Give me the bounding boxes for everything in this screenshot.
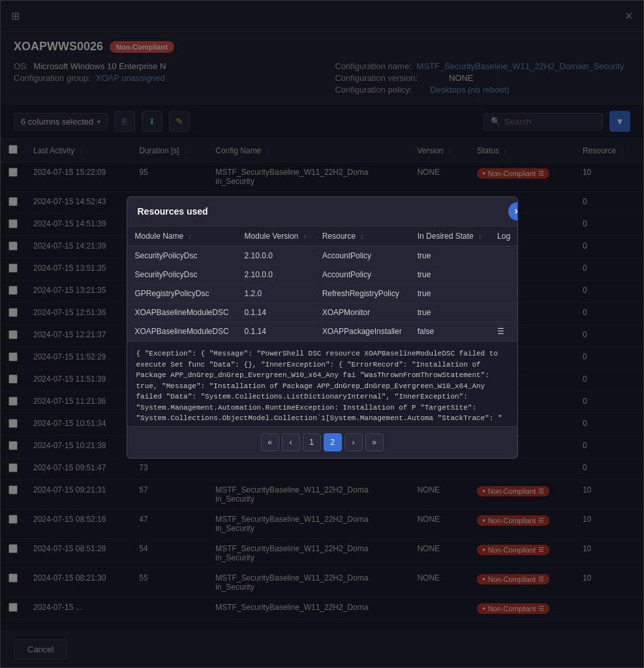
modal-cell-resource: AccountPolicy xyxy=(314,247,410,266)
modal-cell-module: XOAPBaselineModuleDSC xyxy=(127,303,237,322)
modal-cell-resource: XOAPMonitor xyxy=(314,303,410,322)
modal-cell-version: 2.10.0.0 xyxy=(237,266,314,284)
modal-close-button[interactable]: × xyxy=(508,202,518,220)
resources-modal: Resources used × Module Name ↕ Module Ve… xyxy=(127,196,518,459)
modal-col-version[interactable]: Module Version ↕ xyxy=(237,226,314,247)
modal-cell-desired: true xyxy=(410,284,489,303)
pagination: « ‹ 1 2 › » xyxy=(127,426,517,458)
modal-cell-module: GPRegistryPolicyDsc xyxy=(127,284,237,303)
modal-cell-log xyxy=(489,266,517,284)
modal-cell-log xyxy=(489,303,517,322)
page-prev-button[interactable]: ‹ xyxy=(282,433,300,451)
modal-table-row: GPRegistryPolicyDsc 1.2.0 RefreshRegistr… xyxy=(127,284,518,303)
modal-cell-desired: true xyxy=(410,247,489,266)
error-code-block: { "Exception": { "Message": "PowerShell … xyxy=(127,341,517,426)
modal-cell-log xyxy=(489,247,517,266)
modal-cell-resource: XOAPPackageInstaller xyxy=(314,322,410,341)
page-1-button[interactable]: 1 xyxy=(303,433,321,451)
modal-cell-module: XOAPBaselineModuleDSC xyxy=(127,322,237,341)
modal-cell-version: 0.1.14 xyxy=(237,322,314,341)
modal-col-log[interactable]: Log xyxy=(489,226,517,247)
modal-cell-log xyxy=(489,284,517,303)
main-window: ⊞ ✕ XOAPWWS0026 Non-Compliant OS: Micros… xyxy=(0,0,644,668)
page-first-button[interactable]: « xyxy=(261,433,279,451)
modal-cell-resource: AccountPolicy xyxy=(314,266,410,284)
modal-table-row: SecurityPolicyDsc 2.10.0.0 AccountPolicy… xyxy=(127,266,518,284)
modal-col-desired[interactable]: In Desired State ↕ xyxy=(410,226,489,247)
modal-cell-module: SecurityPolicyDsc xyxy=(127,266,237,284)
modal-cell-version: 2.10.0.0 xyxy=(237,247,314,266)
page-2-button[interactable]: 2 xyxy=(324,433,342,451)
modal-cell-module: SecurityPolicyDsc xyxy=(127,247,237,266)
modal-col-resource[interactable]: Resource ↕ xyxy=(314,226,410,247)
page-last-button[interactable]: » xyxy=(365,433,384,451)
modal-cell-version: 0.1.14 xyxy=(237,303,314,322)
modal-table-row: XOAPBaselineModuleDSC 0.1.14 XOAPMonitor… xyxy=(127,303,518,322)
modal-table-row: SecurityPolicyDsc 2.10.0.0 AccountPolicy… xyxy=(127,247,518,266)
modal-table-row: XOAPBaselineModuleDSC 0.1.14 XOAPPackage… xyxy=(127,322,518,341)
modal-title: Resources used × xyxy=(127,197,517,226)
modal-cell-log: ☰ xyxy=(489,322,517,341)
modal-resources-table: Module Name ↕ Module Version ↕ Resource … xyxy=(127,226,518,341)
modal-overlay: Resources used × Module Name ↕ Module Ve… xyxy=(1,1,643,667)
modal-cell-desired: false xyxy=(410,322,489,341)
modal-col-module[interactable]: Module Name ↕ xyxy=(127,226,237,247)
modal-cell-desired: true xyxy=(410,266,489,284)
modal-cell-version: 1.2.0 xyxy=(237,284,314,303)
modal-cell-resource: RefreshRegistryPolicy xyxy=(314,284,410,303)
modal-cell-desired: true xyxy=(410,303,489,322)
page-next-button[interactable]: › xyxy=(345,433,363,451)
